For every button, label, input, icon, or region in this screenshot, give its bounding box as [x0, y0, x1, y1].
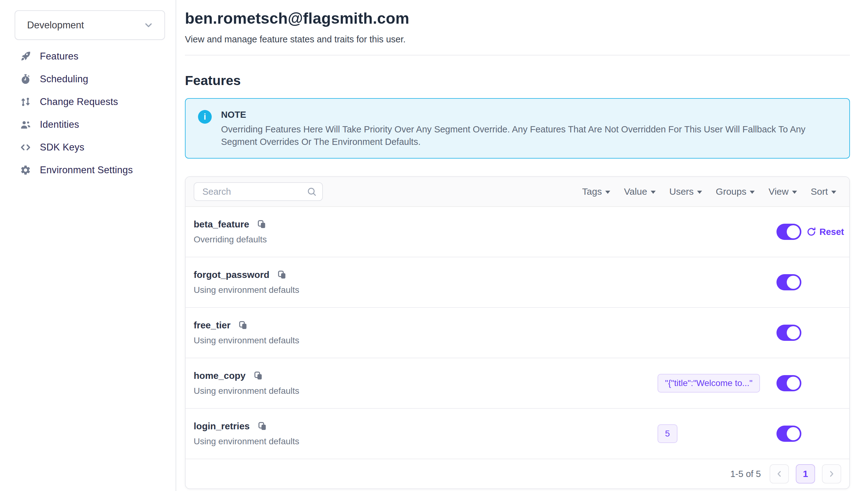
filter-value[interactable]: Value: [624, 186, 656, 197]
feature-value-chip[interactable]: 5: [657, 424, 678, 443]
sidebar-item-scheduling[interactable]: Scheduling: [0, 67, 176, 90]
environment-selector[interactable]: Development: [14, 10, 165, 40]
filter-label: Users: [670, 186, 694, 197]
sidebar-item-sdk-keys[interactable]: SDK Keys: [0, 136, 176, 158]
feature-status: Using environment defaults: [194, 436, 657, 446]
sidebar-item-label: Scheduling: [40, 74, 88, 85]
feature-value-column: 5: [657, 424, 776, 443]
environment-selector-value: Development: [27, 20, 84, 31]
sidebar-item-label: SDK Keys: [40, 142, 84, 153]
feature-name[interactable]: forgot_password: [194, 269, 269, 280]
caret-down-icon: [605, 191, 610, 194]
reset-button[interactable]: Reset: [806, 227, 844, 237]
caret-down-icon: [651, 191, 656, 194]
feature-info: forgot_password Using environment defaul…: [194, 268, 657, 297]
features-panel: Tags Value Users Groups View Sort beta_f…: [185, 176, 850, 489]
app-root: Development Features Scheduling: [0, 0, 868, 491]
sidebar-item-environment-settings[interactable]: Environment Settings: [0, 158, 176, 181]
sidebar-item-change-requests[interactable]: Change Requests: [0, 90, 176, 113]
toggle-knob: [787, 225, 800, 238]
feature-toggle[interactable]: [776, 274, 801, 290]
toggle-knob: [787, 427, 800, 440]
feature-toggle[interactable]: [776, 224, 801, 240]
features-heading: Features: [185, 71, 850, 89]
filter-label: Value: [624, 186, 647, 197]
filter-view[interactable]: View: [768, 186, 797, 197]
caret-down-icon: [697, 191, 702, 194]
filter-sort[interactable]: Sort: [811, 186, 836, 197]
copy-icon[interactable]: [258, 422, 267, 431]
sidebar-item-identities[interactable]: Identities: [0, 113, 176, 136]
feature-row-free-tier[interactable]: free_tier Using environment defaults: [186, 308, 849, 358]
search-input[interactable]: [194, 182, 323, 201]
toggle-knob: [787, 377, 800, 390]
feature-value-column: "{"title":"Welcome to...": [657, 374, 776, 393]
sidebar-item-label: Identities: [40, 119, 79, 130]
filters: Tags Value Users Groups View Sort: [582, 186, 841, 197]
caret-down-icon: [792, 191, 797, 194]
row-actions: Reset: [801, 227, 844, 237]
feature-name[interactable]: free_tier: [194, 320, 230, 330]
feature-status: Using environment defaults: [194, 386, 657, 396]
feature-row-login-retries[interactable]: login_retries Using environment defaults…: [186, 409, 849, 459]
page-subtitle: View and manage feature states and trait…: [185, 33, 850, 46]
feature-name[interactable]: login_retries: [194, 421, 250, 432]
main-content: ben.rometsch@flagsmith.com View and mana…: [176, 0, 868, 491]
note-title: NOTE: [221, 109, 814, 121]
filter-bar: Tags Value Users Groups View Sort: [186, 177, 849, 207]
code-icon: [19, 142, 32, 153]
filter-label: View: [768, 186, 788, 197]
filter-label: Groups: [716, 186, 746, 197]
environment-sidebar: Development Features Scheduling: [0, 0, 176, 491]
feature-row-beta-feature[interactable]: beta_feature Overriding defaults Reset: [186, 207, 849, 257]
search-icon: [307, 186, 317, 197]
identities-icon: [19, 119, 32, 130]
feature-info: beta_feature Overriding defaults: [194, 217, 657, 247]
feature-info: free_tier Using environment defaults: [194, 318, 657, 347]
pagination: 1-5 of 5 1: [186, 459, 849, 489]
page-title: ben.rometsch@flagsmith.com: [185, 9, 850, 28]
toggle-knob: [787, 326, 800, 339]
pagination-page-1-button[interactable]: 1: [796, 464, 815, 484]
info-icon: i: [198, 110, 212, 124]
stopwatch-icon: [19, 74, 32, 85]
search-wrap: [194, 182, 323, 201]
note-text: NOTE Overriding Features Here Will Take …: [221, 109, 814, 148]
feature-name[interactable]: home_copy: [194, 370, 246, 381]
feature-name[interactable]: beta_feature: [194, 219, 249, 230]
refresh-icon: [806, 227, 816, 237]
feature-row-home-copy[interactable]: home_copy Using environment defaults "{"…: [186, 358, 849, 409]
rocket-icon: [19, 51, 32, 62]
sidebar-item-label: Features: [40, 51, 79, 62]
sidebar-nav: Features Scheduling Change Requests Iden…: [0, 45, 176, 181]
sidebar-item-features[interactable]: Features: [0, 45, 176, 67]
pagination-next-button[interactable]: [822, 464, 841, 484]
filter-users[interactable]: Users: [670, 186, 702, 197]
filter-label: Sort: [811, 186, 828, 197]
copy-icon[interactable]: [257, 220, 267, 229]
copy-icon[interactable]: [239, 321, 248, 330]
copy-icon[interactable]: [277, 270, 287, 280]
pagination-prev-button[interactable]: [770, 464, 789, 484]
header-divider: [185, 55, 850, 55]
feature-info: home_copy Using environment defaults: [194, 369, 657, 398]
reset-label: Reset: [819, 227, 844, 237]
note-callout: i NOTE Overriding Features Here Will Tak…: [185, 98, 850, 158]
feature-toggle[interactable]: [776, 375, 801, 391]
sidebar-item-label: Change Requests: [40, 96, 118, 108]
feature-toggle[interactable]: [776, 426, 801, 442]
filter-groups[interactable]: Groups: [716, 186, 755, 197]
feature-row-forgot-password[interactable]: forgot_password Using environment defaul…: [186, 257, 849, 308]
feature-info: login_retries Using environment defaults: [194, 419, 657, 448]
caret-down-icon: [750, 191, 755, 194]
change-requests-icon: [19, 96, 32, 108]
gear-icon: [19, 165, 32, 176]
chevron-down-icon: [143, 20, 154, 31]
feature-status: Overriding defaults: [194, 235, 657, 244]
feature-value-chip[interactable]: "{"title":"Welcome to...": [657, 374, 760, 393]
feature-toggle[interactable]: [776, 325, 801, 341]
sidebar-item-label: Environment Settings: [40, 165, 133, 176]
feature-status: Using environment defaults: [194, 285, 657, 295]
filter-tags[interactable]: Tags: [582, 186, 610, 197]
copy-icon[interactable]: [254, 371, 263, 380]
